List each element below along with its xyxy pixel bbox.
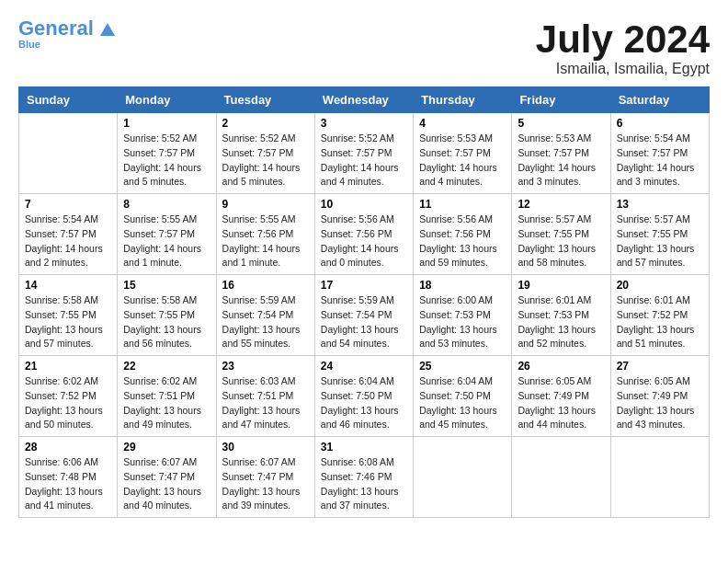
calendar-cell: 21Sunrise: 6:02 AMSunset: 7:52 PMDayligh… [19,356,118,437]
weekday-header-wednesday: Wednesday [314,87,413,113]
day-info: Sunrise: 6:07 AMSunset: 7:47 PMDaylight:… [222,455,309,513]
day-number: 12 [518,198,604,211]
day-number: 11 [419,198,506,211]
day-number: 27 [617,360,703,373]
calendar-week-3: 21Sunrise: 6:02 AMSunset: 7:52 PMDayligh… [19,356,710,437]
day-number: 19 [518,279,604,292]
calendar-cell: 9Sunrise: 5:55 AMSunset: 7:56 PMDaylight… [216,194,314,275]
calendar-header-row: SundayMondayTuesdayWednesdayThursdayFrid… [19,87,710,113]
weekday-header-monday: Monday [118,87,216,113]
calendar-cell: 19Sunrise: 6:01 AMSunset: 7:53 PMDayligh… [512,275,610,356]
day-info: Sunrise: 5:55 AMSunset: 7:57 PMDaylight:… [123,213,210,270]
day-info: Sunrise: 6:07 AMSunset: 7:47 PMDaylight:… [123,455,210,513]
day-info: Sunrise: 5:53 AMSunset: 7:57 PMDaylight:… [419,132,506,190]
day-number: 25 [419,360,506,373]
title-block: July 2024 Ismailia, Ismailia, Egypt [536,18,710,77]
day-number: 26 [518,360,604,373]
day-info: Sunrise: 6:06 AMSunset: 7:48 PMDaylight:… [25,455,111,513]
day-info: Sunrise: 6:02 AMSunset: 7:51 PMDaylight:… [123,374,210,432]
calendar-cell: 29Sunrise: 6:07 AMSunset: 7:47 PMDayligh… [118,437,216,518]
day-number: 10 [321,198,407,211]
logo-icon [100,23,115,36]
calendar-cell: 4Sunrise: 5:53 AMSunset: 7:57 PMDaylight… [414,113,512,194]
day-number: 4 [419,117,506,130]
calendar-cell [512,437,610,518]
calendar-cell [19,113,118,194]
day-info: Sunrise: 6:01 AMSunset: 7:53 PMDaylight:… [518,293,604,351]
weekday-header-saturday: Saturday [610,87,709,113]
day-info: Sunrise: 5:52 AMSunset: 7:57 PMDaylight:… [123,132,210,190]
day-info: Sunrise: 6:05 AMSunset: 7:49 PMDaylight:… [617,374,703,432]
location: Ismailia, Ismailia, Egypt [536,61,710,77]
weekday-header-tuesday: Tuesday [216,87,314,113]
logo-general: General [18,17,94,40]
day-info: Sunrise: 6:05 AMSunset: 7:49 PMDaylight:… [518,374,604,432]
day-number: 28 [25,441,111,454]
logo-text: General [18,18,115,39]
day-info: Sunrise: 5:59 AMSunset: 7:54 PMDaylight:… [222,293,309,351]
calendar-cell [610,437,709,518]
day-info: Sunrise: 6:02 AMSunset: 7:52 PMDaylight:… [25,374,111,432]
logo-blue: Blue [18,39,40,50]
day-number: 24 [321,360,407,373]
day-info: Sunrise: 6:03 AMSunset: 7:51 PMDaylight:… [222,374,309,432]
weekday-header-sunday: Sunday [19,87,118,113]
calendar-week-1: 7Sunrise: 5:54 AMSunset: 7:57 PMDaylight… [19,194,710,275]
day-number: 15 [123,279,210,292]
day-info: Sunrise: 6:00 AMSunset: 7:53 PMDaylight:… [419,293,506,351]
calendar-cell: 23Sunrise: 6:03 AMSunset: 7:51 PMDayligh… [216,356,314,437]
day-info: Sunrise: 5:52 AMSunset: 7:57 PMDaylight:… [321,132,407,190]
day-number: 17 [321,279,407,292]
calendar-cell: 15Sunrise: 5:58 AMSunset: 7:55 PMDayligh… [118,275,216,356]
day-number: 20 [617,279,703,292]
calendar-table: SundayMondayTuesdayWednesdayThursdayFrid… [18,86,710,518]
logo: General Blue [18,18,115,50]
calendar-cell: 11Sunrise: 5:56 AMSunset: 7:56 PMDayligh… [414,194,512,275]
calendar-cell [414,437,512,518]
day-number: 16 [222,279,309,292]
day-number: 23 [222,360,309,373]
calendar-cell: 13Sunrise: 5:57 AMSunset: 7:55 PMDayligh… [610,194,709,275]
calendar-cell: 27Sunrise: 6:05 AMSunset: 7:49 PMDayligh… [610,356,709,437]
calendar-cell: 1Sunrise: 5:52 AMSunset: 7:57 PMDaylight… [118,113,216,194]
calendar-week-2: 14Sunrise: 5:58 AMSunset: 7:55 PMDayligh… [19,275,710,356]
calendar-cell: 20Sunrise: 6:01 AMSunset: 7:52 PMDayligh… [610,275,709,356]
calendar-week-0: 1Sunrise: 5:52 AMSunset: 7:57 PMDaylight… [19,113,710,194]
calendar-cell: 14Sunrise: 5:58 AMSunset: 7:55 PMDayligh… [19,275,118,356]
day-number: 22 [123,360,210,373]
day-info: Sunrise: 5:58 AMSunset: 7:55 PMDaylight:… [25,293,111,351]
weekday-header-friday: Friday [512,87,610,113]
svg-marker-0 [100,23,115,36]
day-number: 8 [123,198,210,211]
calendar-cell: 22Sunrise: 6:02 AMSunset: 7:51 PMDayligh… [118,356,216,437]
day-number: 18 [419,279,506,292]
calendar-cell: 30Sunrise: 6:07 AMSunset: 7:47 PMDayligh… [216,437,314,518]
day-info: Sunrise: 6:01 AMSunset: 7:52 PMDaylight:… [617,293,703,351]
day-number: 3 [321,117,407,130]
day-info: Sunrise: 6:04 AMSunset: 7:50 PMDaylight:… [419,374,506,432]
day-number: 21 [25,360,111,373]
page-header: General Blue July 2024 Ismailia, Ismaili… [18,18,710,77]
day-info: Sunrise: 5:54 AMSunset: 7:57 PMDaylight:… [617,132,703,190]
day-number: 29 [123,441,210,454]
calendar-cell: 18Sunrise: 6:00 AMSunset: 7:53 PMDayligh… [414,275,512,356]
day-info: Sunrise: 5:57 AMSunset: 7:55 PMDaylight:… [617,213,703,270]
weekday-header-thursday: Thursday [414,87,512,113]
calendar-cell: 10Sunrise: 5:56 AMSunset: 7:56 PMDayligh… [314,194,413,275]
day-number: 6 [617,117,703,130]
day-number: 30 [222,441,309,454]
calendar-cell: 28Sunrise: 6:06 AMSunset: 7:48 PMDayligh… [19,437,118,518]
day-info: Sunrise: 6:04 AMSunset: 7:50 PMDaylight:… [321,374,407,432]
day-info: Sunrise: 5:56 AMSunset: 7:56 PMDaylight:… [321,213,407,270]
calendar-cell: 12Sunrise: 5:57 AMSunset: 7:55 PMDayligh… [512,194,610,275]
day-number: 31 [321,441,407,454]
day-number: 13 [617,198,703,211]
day-number: 1 [123,117,210,130]
day-number: 14 [25,279,111,292]
calendar-cell: 31Sunrise: 6:08 AMSunset: 7:46 PMDayligh… [314,437,413,518]
calendar-cell: 8Sunrise: 5:55 AMSunset: 7:57 PMDaylight… [118,194,216,275]
day-info: Sunrise: 5:56 AMSunset: 7:56 PMDaylight:… [419,213,506,270]
day-info: Sunrise: 5:52 AMSunset: 7:57 PMDaylight:… [222,132,309,190]
calendar-cell: 2Sunrise: 5:52 AMSunset: 7:57 PMDaylight… [216,113,314,194]
day-number: 7 [25,198,111,211]
